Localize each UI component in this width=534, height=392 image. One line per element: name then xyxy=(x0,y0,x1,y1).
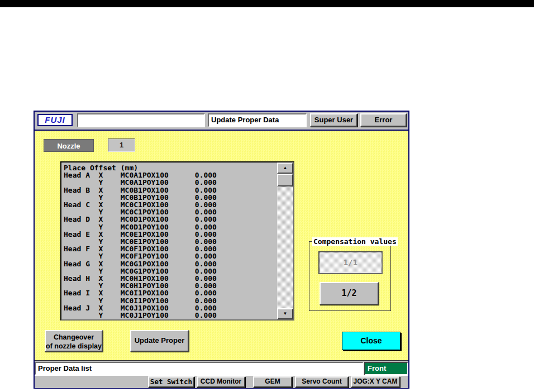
screen-title-field: Update Proper Data xyxy=(208,113,307,127)
jog-xy-cam-button[interactable]: JOG:X Y CAM xyxy=(351,376,400,388)
arrow-down-icon: ▼ xyxy=(283,311,288,316)
fuji-logo: FUJI xyxy=(37,114,73,126)
proper-data-list[interactable]: Place Offset (mm) Head A X MC0A1POX100 0… xyxy=(60,161,294,321)
list-row: Y MC0D1POY100 0.000 xyxy=(64,223,276,231)
front-indicator: Front xyxy=(364,362,408,375)
error-button[interactable]: Error xyxy=(360,113,407,127)
client-area: Nozzle 1 Place Offset (mm) Head A X MC0A… xyxy=(35,131,408,360)
list-row: Y MC0I1POY100 0.000 xyxy=(64,297,276,304)
list-row: Head G X MC0G1POX100 0.000 xyxy=(64,260,276,267)
update-proper-data-window: FUJI Update Proper Data Super User Error… xyxy=(34,111,409,389)
changeover-nozzle-display-button[interactable]: Changeover of nozzle display xyxy=(45,330,103,352)
vertical-scrollbar[interactable]: ▲ ▼ xyxy=(277,162,293,319)
list-content: Place Offset (mm) Head A X MC0A1POX100 0… xyxy=(64,164,276,319)
close-button[interactable]: Close xyxy=(342,332,401,350)
status-bar: Proper Data list Front xyxy=(35,360,408,376)
list-row: Y MC0J1POY100 0.000 xyxy=(64,312,276,319)
set-switch-button[interactable]: Set Switch xyxy=(148,376,194,388)
gem-button[interactable]: GEM xyxy=(253,376,292,388)
scroll-down-button[interactable]: ▼ xyxy=(277,308,293,319)
list-row: Y MC0F1POY100 0.000 xyxy=(64,252,276,260)
scroll-up-button[interactable]: ▲ xyxy=(277,162,293,174)
ratio-1-1-button[interactable]: 1/1 xyxy=(318,251,383,274)
changeover-line1: Changeover xyxy=(46,333,102,342)
list-row: Head D X MC0D1POX100 0.000 xyxy=(64,216,276,223)
arrow-up-icon: ▲ xyxy=(283,165,288,170)
list-row: Head I X MC0I1POX100 0.000 xyxy=(64,289,276,297)
list-row: Head B X MC0B1POX100 0.000 xyxy=(64,187,276,194)
top-black-bar xyxy=(0,0,534,7)
ccd-monitor-button[interactable]: CCD Monitor xyxy=(197,376,245,388)
bottom-toolbar: Set Switch CCD Monitor GEM Servo Count J… xyxy=(35,375,408,388)
update-proper-button[interactable]: Update Proper xyxy=(130,330,189,352)
status-message-field: Proper Data list xyxy=(35,362,364,375)
machine-name-field[interactable] xyxy=(77,113,205,127)
scrollbar-thumb[interactable] xyxy=(277,174,293,187)
window-header: FUJI Update Proper Data Super User Error xyxy=(35,112,408,131)
servo-count-button[interactable]: Servo Count xyxy=(295,376,349,388)
compensation-values-group: Compensation values 1/1 1/2 xyxy=(309,241,391,311)
ratio-1-2-button[interactable]: 1/2 xyxy=(320,282,379,305)
changeover-line2: of nozzle display xyxy=(46,342,102,351)
list-row: Y MC0A1POY100 0.000 xyxy=(64,179,276,186)
compensation-values-label: Compensation values xyxy=(312,237,398,246)
super-user-button[interactable]: Super User xyxy=(310,113,357,127)
nozzle-label: Nozzle xyxy=(44,139,94,152)
nozzle-value-field[interactable]: 1 xyxy=(108,138,135,152)
